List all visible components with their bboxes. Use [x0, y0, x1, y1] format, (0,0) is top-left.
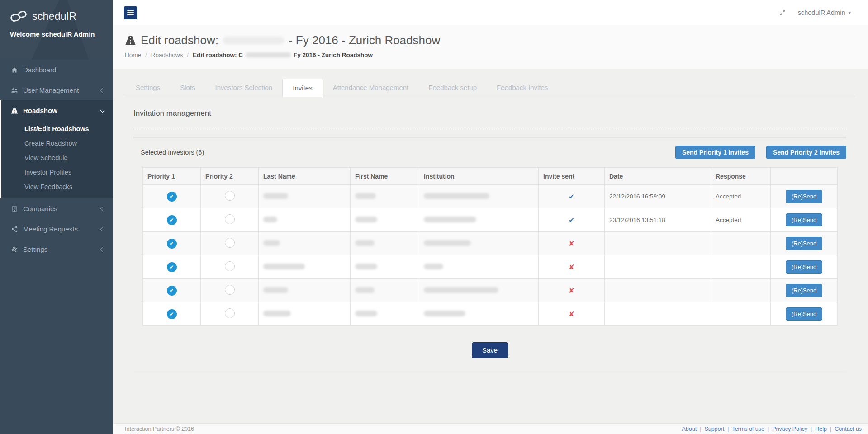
footer: Interaction Partners © 2016 About|Suppor…	[113, 423, 868, 434]
footer-link-about[interactable]: About	[682, 426, 697, 432]
column-header-priority-1: Priority 1	[143, 168, 201, 185]
sidebar-link-meeting-requests[interactable]: Meeting Requests	[1, 219, 113, 239]
tab-bar: SettingsSlotsInvestors SelectionInvitesA…	[125, 79, 855, 97]
footer-link-support[interactable]: Support	[704, 426, 724, 432]
resend-button[interactable]: (Re)Send	[786, 307, 823, 321]
sidebar-item-settings: Settings	[0, 239, 113, 259]
breadcrumb-home-link[interactable]: Home	[125, 52, 141, 58]
tab-slots[interactable]: Slots	[170, 79, 205, 97]
gear-icon	[11, 246, 18, 253]
tab-settings[interactable]: Settings	[126, 79, 170, 97]
invite-not-sent-x-icon: ✘	[569, 287, 574, 294]
sidebar-subitem-create-roadshow[interactable]: Create Roadshow	[1, 136, 113, 151]
footer-link-help[interactable]: Help	[815, 426, 827, 432]
redacted-first-name	[355, 217, 377, 222]
priority1-radio[interactable]: ✔	[167, 192, 177, 202]
response-text: Accepted	[711, 185, 771, 208]
send-priority-2-button[interactable]: Send Priority 2 Invites	[766, 146, 846, 159]
building-icon	[11, 205, 18, 212]
road-icon	[125, 35, 136, 46]
invite-not-sent-x-icon: ✘	[569, 310, 574, 318]
sidebar-subitem-view-feedbacks[interactable]: View Feedbacks	[1, 179, 113, 194]
user-menu[interactable]: schedulR Admin ▾	[798, 9, 851, 16]
invite-date	[605, 302, 711, 326]
priority1-radio[interactable]: ✔	[167, 309, 177, 319]
priority1-radio[interactable]: ✔	[167, 286, 177, 296]
priority2-radio[interactable]	[225, 191, 235, 201]
expand-icon[interactable]	[779, 9, 786, 16]
resend-button[interactable]: (Re)Send	[786, 284, 823, 297]
topbar-right: schedulR Admin ▾	[779, 9, 851, 16]
caret-down-icon: ▾	[848, 10, 851, 16]
send-priority-1-button[interactable]: Send Priority 1 Invites	[675, 146, 755, 159]
tab-feedback-setup[interactable]: Feedback setup	[418, 79, 487, 97]
footer-link-privacy-policy[interactable]: Privacy Policy	[772, 426, 807, 432]
redacted-institution	[424, 287, 498, 293]
resend-button[interactable]: (Re)Send	[786, 190, 823, 203]
table-row: ✔✘(Re)Send	[143, 232, 838, 255]
footer-link-contact-us[interactable]: Contact us	[835, 426, 862, 432]
sidebar-link-settings[interactable]: Settings	[1, 239, 113, 259]
chain-link-icon	[10, 10, 28, 23]
welcome-text: Welcome schedulR Admin	[10, 30, 105, 38]
main-area: schedulR Admin ▾ Edit roadshow: - Fy 201…	[113, 0, 868, 434]
tab-feedback-invites[interactable]: Feedback Invites	[487, 79, 558, 97]
redacted-roadshow-name	[246, 52, 291, 57]
sidebar-link-companies[interactable]: Companies	[1, 198, 113, 219]
brand-logo[interactable]: schedulR	[10, 10, 105, 23]
sidebar-subitem-investor-profiles[interactable]: Investor Profiles	[1, 165, 113, 179]
sidebar-link-user-management[interactable]: User Management	[1, 80, 113, 100]
road-icon	[11, 107, 18, 114]
table-body: ✔✔22/12/2016 16:59:09Accepted(Re)Send✔✔2…	[143, 185, 838, 326]
column-header-institution: Institution	[419, 168, 539, 185]
page-title-prefix: Edit roadshow:	[141, 33, 218, 47]
redacted-institution	[424, 240, 471, 246]
priority2-radio[interactable]	[225, 214, 235, 224]
priority2-radio[interactable]	[225, 285, 235, 295]
copyright-text: Interaction Partners © 2016	[125, 426, 194, 432]
invite-date: 22/12/2016 16:59:09	[605, 185, 711, 208]
sidebar-item-dashboard: Dashboard	[0, 60, 113, 80]
invitations-table: Priority 1Priority 2Last NameFirst NameI…	[142, 167, 838, 326]
sidebar-subitem-list-edit-roadshows[interactable]: List/Edit Roadshows	[1, 122, 113, 136]
home-icon	[11, 66, 18, 74]
resend-button[interactable]: (Re)Send	[786, 213, 823, 226]
priority2-radio[interactable]	[225, 261, 235, 271]
sidebar-subitem-view-schedule[interactable]: View Schedule	[1, 151, 113, 165]
footer-link-terms-of-use[interactable]: Terms of use	[732, 426, 764, 432]
sidebar-link-dashboard[interactable]: Dashboard	[1, 60, 113, 80]
redacted-institution	[424, 217, 476, 222]
tab-label: Settings	[126, 79, 170, 96]
priority2-radio[interactable]	[225, 308, 235, 318]
sidebar-toggle-button[interactable]	[124, 6, 137, 19]
selected-investors-label: Selected investors (6)	[141, 149, 204, 156]
tab-investors-selection[interactable]: Investors Selection	[205, 79, 283, 97]
table-row: ✔✔23/12/2016 13:51:18Accepted(Re)Send	[143, 208, 838, 232]
user-menu-label: schedulR Admin	[798, 9, 845, 16]
sidebar-link-roadshow[interactable]: Roadshow	[1, 100, 113, 121]
tab-label: Investors Selection	[205, 79, 283, 96]
sidebar-item-roadshow: RoadshowList/Edit RoadshowsCreate Roadsh…	[0, 100, 113, 198]
chevron-left-icon	[100, 247, 105, 252]
tab-label: Invites	[282, 79, 323, 97]
redacted-last-name	[263, 264, 305, 269]
redacted-last-name	[263, 193, 288, 199]
column-header-date: Date	[605, 168, 711, 185]
column-header-last-name: Last Name	[259, 168, 351, 185]
page-title-suffix: - Fy 2016 - Zurich Roadshow	[289, 33, 440, 47]
breadcrumb-current: Edit roadshow: C Fy 2016 - Zurich Roadsh…	[193, 52, 373, 58]
priority1-radio[interactable]: ✔	[167, 239, 177, 249]
priority1-radio[interactable]: ✔	[167, 262, 177, 272]
sidebar-item-companies: Companies	[0, 198, 113, 219]
tab-attendance-management[interactable]: Attendance Management	[323, 79, 419, 97]
response-text	[711, 255, 771, 279]
resend-button[interactable]: (Re)Send	[786, 237, 823, 250]
priority1-radio[interactable]: ✔	[167, 215, 177, 225]
resend-button[interactable]: (Re)Send	[786, 260, 823, 274]
breadcrumb-roadshows-link[interactable]: Roadshows	[151, 52, 183, 58]
priority2-radio[interactable]	[225, 238, 235, 248]
save-button[interactable]: Save	[472, 342, 508, 358]
redacted-last-name	[263, 217, 277, 222]
brand-name: schedulR	[32, 10, 76, 23]
tab-invites[interactable]: Invites	[282, 79, 323, 97]
